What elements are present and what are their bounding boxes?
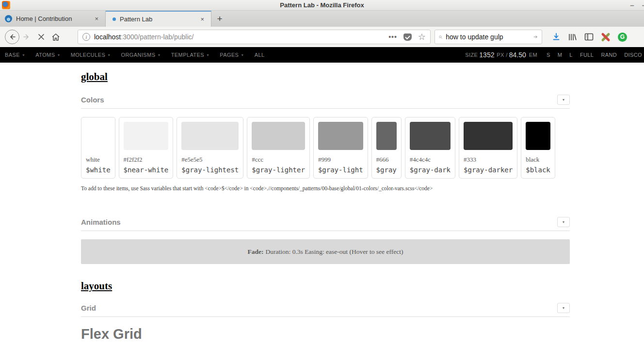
- nav-item-molecules[interactable]: MOLECULES▼: [71, 52, 111, 58]
- new-tab-button[interactable]: +: [211, 11, 228, 27]
- forward-button[interactable]: [19, 30, 34, 44]
- em-label: EM: [529, 52, 537, 58]
- page-actions-icon[interactable]: •••: [388, 33, 397, 41]
- color-swatch-block: [318, 122, 363, 150]
- stop-button[interactable]: [34, 30, 48, 44]
- layouts-section-link[interactable]: layouts: [81, 280, 112, 292]
- chevron-down-icon: ▼: [241, 53, 244, 57]
- size-label: SIZE: [465, 52, 478, 58]
- pattern-lab-navbar: BASE▼ ATOMS▼ MOLECULES▼ ORGANISMS▼ TEMPL…: [0, 47, 644, 63]
- chevron-down-icon: ▼: [107, 53, 111, 57]
- viewport-disco-button[interactable]: DISCO: [624, 52, 642, 58]
- colors-section-header: Colors ▼: [81, 95, 570, 109]
- extension-x-icon[interactable]: [601, 32, 611, 42]
- tab-label: Pattern Lab: [120, 16, 198, 23]
- color-swatch-block: [410, 122, 451, 150]
- color-swatch-var: $gray-darker: [464, 166, 513, 174]
- viewport-large-button[interactable]: L: [569, 52, 573, 58]
- color-swatch-var: $gray-lightest: [181, 166, 239, 174]
- search-icon: [439, 33, 442, 41]
- back-icon: [5, 30, 19, 44]
- fade-demo-label: Fade:: [248, 248, 264, 256]
- chevron-down-icon: ▼: [562, 306, 565, 310]
- color-swatch-hex: black: [526, 156, 550, 164]
- viewport-random-button[interactable]: RAND: [601, 52, 617, 58]
- fade-demo-text: Duration: 0.3s Easing: ease-out (Hover t…: [266, 248, 403, 256]
- animations-toggle-button[interactable]: ▼: [557, 217, 570, 227]
- url-path: :3000/pattern-lab/public/: [121, 33, 193, 41]
- grammarly-icon[interactable]: G: [618, 33, 627, 42]
- color-swatch-hex: #e5e5e5: [181, 156, 239, 164]
- nav-item-organisms[interactable]: ORGANISMS▼: [121, 52, 161, 58]
- home-icon: [51, 33, 60, 41]
- back-button[interactable]: [5, 30, 19, 44]
- window-title: Pattern Lab - Mozilla Firefox: [0, 1, 644, 9]
- px-label: PX /: [497, 52, 507, 58]
- window-controls: – –: [630, 0, 642, 11]
- url-text[interactable]: localhost:3000/pattern-lab/public/: [94, 33, 388, 41]
- search-input[interactable]: [446, 33, 533, 41]
- color-swatch-var: $gray: [376, 166, 397, 174]
- size-em-input[interactable]: [509, 51, 528, 59]
- minimize-button[interactable]: –: [630, 3, 634, 8]
- tab-pattern-lab[interactable]: Pattern Lab ×: [106, 11, 211, 27]
- chevron-down-icon: ▼: [22, 53, 25, 57]
- color-swatch-var: $gray-dark: [410, 166, 451, 174]
- chevron-down-icon: ▼: [157, 53, 161, 57]
- viewport-full-button[interactable]: FULL: [580, 52, 594, 58]
- color-swatch-block: [252, 122, 305, 150]
- color-swatch: #f2f2f2 $near-white: [119, 117, 174, 179]
- viewport-medium-button[interactable]: M: [558, 52, 563, 58]
- grid-toggle-button[interactable]: ▼: [557, 303, 570, 313]
- search-bar[interactable]: [435, 30, 542, 44]
- sidebar-toggle-icon[interactable]: [584, 33, 594, 41]
- forward-icon: [23, 33, 31, 41]
- color-swatch-var: $gray-lighter: [252, 166, 305, 174]
- global-section-link[interactable]: global: [81, 71, 108, 83]
- home-button[interactable]: [48, 30, 63, 44]
- url-bar[interactable]: i localhost:3000/pattern-lab/public/ •••…: [78, 30, 431, 44]
- color-swatch-hex: #ccc: [252, 156, 305, 164]
- color-swatch-hex: white: [86, 156, 111, 164]
- download-icon[interactable]: [552, 33, 561, 41]
- site-info-icon[interactable]: i: [82, 33, 90, 41]
- animations-section-title: Animations: [81, 218, 121, 226]
- nav-item-templates[interactable]: TEMPLATES▼: [171, 52, 210, 58]
- bookmark-star-icon[interactable]: ☆: [418, 33, 426, 41]
- color-swatch: #e5e5e5 $gray-lightest: [177, 117, 243, 179]
- tab-home-contribution[interactable]: Home | Contribution ×: [0, 11, 106, 27]
- chevron-down-icon: ▼: [57, 53, 60, 57]
- grid-section-title: Grid: [81, 304, 96, 312]
- color-swatch: #999 $gray-light: [313, 117, 368, 179]
- color-swatch-hex: #f2f2f2: [124, 156, 169, 164]
- color-swatch-hex: #4c4c4c: [410, 156, 451, 164]
- color-swatch-var: $white: [86, 166, 111, 174]
- tab-close-icon[interactable]: ×: [93, 14, 100, 23]
- color-swatch-hex: #333: [464, 156, 513, 164]
- colors-footnote: To add to these items, use Sass variable…: [81, 185, 570, 191]
- nav-item-atoms[interactable]: ATOMS▼: [35, 52, 60, 58]
- drupal-favicon-icon: [5, 15, 12, 22]
- color-swatch-block: [464, 122, 513, 150]
- color-swatch-hex: #666: [376, 156, 397, 164]
- color-swatch: #4c4c4c $gray-dark: [405, 117, 455, 179]
- pocket-icon[interactable]: [403, 33, 412, 41]
- color-swatch-hex: #999: [318, 156, 363, 164]
- color-swatch-block: [124, 122, 169, 150]
- size-controls: SIZE PX / EM: [465, 51, 537, 59]
- color-swatch-var: $black: [526, 166, 550, 174]
- colors-toggle-button[interactable]: ▼: [557, 95, 570, 105]
- nav-item-pages[interactable]: PAGES▼: [220, 52, 244, 58]
- tab-close-icon[interactable]: ×: [198, 15, 206, 24]
- nav-item-all[interactable]: ALL: [255, 52, 265, 58]
- color-swatch: #666 $gray: [371, 117, 402, 179]
- viewport-small-button[interactable]: S: [547, 52, 550, 58]
- size-px-input[interactable]: [479, 51, 495, 59]
- nav-item-base[interactable]: BASE▼: [5, 52, 25, 58]
- page-content: global Colors ▼ white $white #f2f2f2 $ne…: [0, 63, 644, 348]
- search-go-icon[interactable]: [533, 33, 538, 40]
- animations-section-header: Animations ▼: [81, 217, 570, 231]
- fade-animation-demo[interactable]: Fade: Duration: 0.3s Easing: ease-out (H…: [81, 239, 570, 264]
- library-icon[interactable]: [568, 33, 577, 41]
- maximize-button[interactable]: –: [642, 3, 644, 8]
